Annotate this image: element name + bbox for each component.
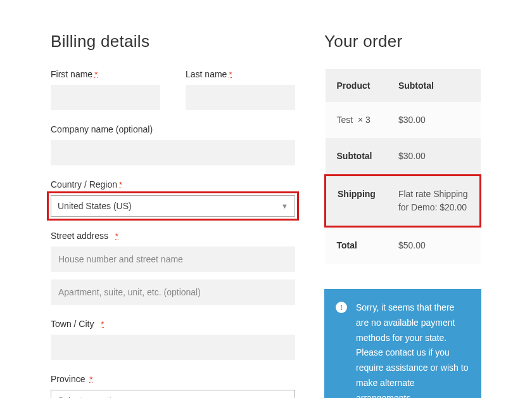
required-mark: *	[229, 72, 232, 78]
billing-title: Billing details	[51, 32, 295, 51]
required-mark: *	[89, 376, 92, 383]
order-header-subtotal: Subtotal	[387, 69, 481, 102]
total-value: $50.00	[387, 227, 481, 264]
subtotal-value: $30.00	[387, 138, 481, 176]
shipping-value: Flat rate Shipping for Demo: $20.00	[387, 176, 481, 227]
info-icon: !	[336, 302, 347, 313]
first-name-label: First name*	[51, 69, 160, 79]
country-select[interactable]: United States (US) ▼	[51, 195, 295, 217]
province-select[interactable]: Select an option… ▼	[51, 390, 295, 398]
item-subtotal: $30.00	[387, 102, 481, 138]
required-mark: *	[101, 321, 104, 328]
subtotal-label: Subtotal	[326, 138, 387, 176]
order-total-row: Total $50.00	[326, 227, 481, 264]
required-mark: *	[94, 72, 98, 78]
chevron-down-icon: ▼	[281, 202, 288, 210]
city-input[interactable]	[51, 335, 295, 360]
order-line-item: Test × 3 $30.00	[326, 102, 481, 138]
last-name-input[interactable]	[186, 85, 295, 110]
alert-message: Sorry, it seems that there are no availa…	[356, 302, 468, 398]
street-label: Street address *	[51, 231, 295, 241]
company-input[interactable]	[51, 140, 295, 165]
item-qty: × 3	[358, 115, 370, 125]
last-name-label: Last name*	[186, 69, 295, 79]
street-address-2-input[interactable]	[51, 279, 295, 305]
order-shipping-row: Shipping Flat rate Shipping for Demo: $2…	[326, 176, 481, 227]
company-label: Company name (optional)	[51, 124, 295, 134]
shipping-label: Shipping	[326, 176, 387, 227]
first-name-input[interactable]	[51, 85, 160, 110]
province-label: Province *	[51, 374, 295, 384]
country-value: United States (US)	[58, 201, 132, 211]
order-header-product: Product	[326, 69, 387, 102]
city-label: Town / City *	[51, 319, 295, 329]
required-mark: *	[115, 233, 118, 240]
item-name: Test	[337, 115, 353, 125]
payment-alert: ! Sorry, it seems that there are no avai…	[324, 289, 481, 398]
country-label: Country / Region*	[51, 179, 295, 189]
street-address-1-input[interactable]	[51, 247, 295, 272]
required-mark: *	[119, 182, 122, 188]
order-title: Your order	[324, 32, 481, 51]
province-placeholder: Select an option…	[58, 395, 130, 398]
order-summary-table: Product Subtotal Test × 3 $30.00 Subtota…	[324, 69, 481, 264]
order-subtotal-row: Subtotal $30.00	[326, 138, 481, 176]
total-label: Total	[326, 227, 387, 264]
